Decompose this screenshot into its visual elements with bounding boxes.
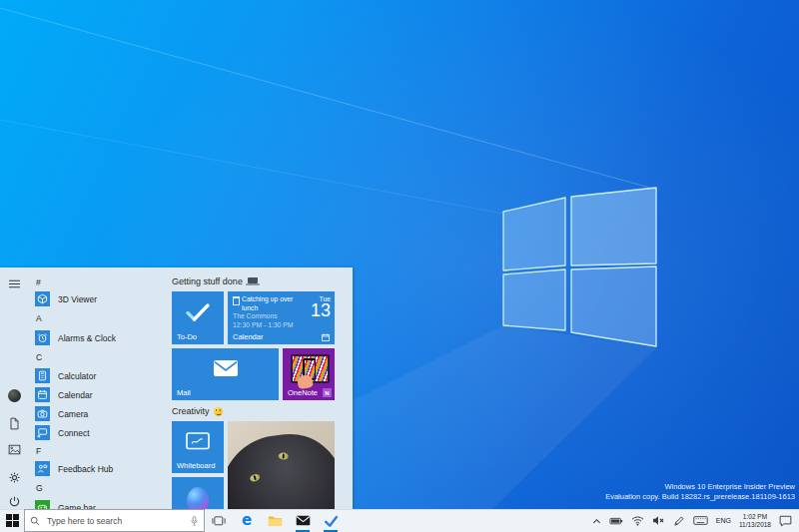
chevron-up-icon [592,517,601,525]
action-center-button[interactable] [775,509,796,532]
power-icon[interactable] [6,493,22,509]
whiteboard-icon [172,421,224,461]
gamepad-icon [35,500,50,509]
smiley-emoji [214,407,223,416]
time: 1:02 PM [739,513,771,521]
camera-icon [35,406,50,421]
date: 11/13/2018 [739,521,771,529]
app-section-header[interactable]: A [28,308,168,328]
mail-taskbar-button[interactable] [289,509,317,532]
balloon-gradient-icon [172,477,224,509]
tile-balloon-app[interactable] [172,477,224,509]
pen-icon [673,515,685,527]
tile-to-do[interactable]: To-Do [172,291,224,344]
mini-calendar-icon [322,333,330,341]
app-item-feedback-hub[interactable]: Feedback Hub [28,459,168,478]
pictures-icon[interactable] [6,441,22,457]
settings-gear-icon[interactable] [6,469,22,485]
to-do-check-icon [324,514,339,528]
tile-calendar[interactable]: Catching up over lunch The Commons 12:30… [228,291,335,344]
app-section-header[interactable]: # [28,275,168,289]
taskbar-search-box[interactable] [24,509,205,532]
tile-group-title-getting-stuff-done[interactable]: Getting stuff done [172,276,260,286]
desktop-screen: Windows 10 Enterprise Insider Preview Ev… [0,0,799,532]
windows-ink-tray-button[interactable] [669,509,689,532]
battery-tray-button[interactable] [605,509,627,532]
app-item-game-bar[interactable]: Game bar [28,498,168,509]
start-button[interactable] [0,509,24,532]
hidden-icons-chevron[interactable] [588,509,605,532]
battery-icon [609,516,623,526]
wifi-icon [631,515,644,526]
app-item-alarms-clock[interactable]: Alarms & Clock [28,328,168,347]
clock[interactable]: 1:02 PM 11/13/2018 [735,513,775,529]
event-location: The Commons [233,312,307,321]
onenote-logo-badge: N [323,388,332,397]
calculator-icon [35,368,50,383]
task-view-button[interactable] [205,509,233,532]
microphone-icon[interactable] [190,515,199,527]
app-item-connect[interactable]: Connect [28,423,168,442]
avatar-image [8,389,21,402]
to-do-taskbar-button[interactable] [317,509,345,532]
touch-keyboard-icon [693,515,708,526]
insider-watermark: Windows 10 Enterprise Insider Preview Ev… [605,482,795,502]
alarm-clock-icon [35,330,50,345]
watermark-line1: Windows 10 Enterprise Insider Preview [605,482,795,492]
app-section-header[interactable]: C [28,347,168,366]
app-section-header[interactable]: G [28,478,168,498]
app-item-3d-viewer[interactable]: 3D Viewer [28,289,168,308]
app-item-calendar[interactable]: Calendar [28,385,168,404]
tile-onenote[interactable]: OneNote N [283,348,335,400]
app-section-header[interactable]: F [28,442,168,459]
feedback-person-icon [35,461,50,476]
mail-envelope-icon [172,348,279,388]
calendar-tile-label: Calendar [233,332,263,341]
taskbar: e [0,509,799,532]
edge-button[interactable]: e [233,509,261,532]
volume-tray-button[interactable] [648,509,669,532]
file-explorer-folder-icon [268,515,283,527]
start-app-list: # 3D Viewer A Alarms & Clock C Calculato… [28,275,168,509]
start-menu: # 3D Viewer A Alarms & Clock C Calculato… [0,267,353,509]
tile-group-title-creativity[interactable]: Creativity [172,406,223,416]
edge-browser-icon: e [242,513,252,528]
calendar-date: 13 [307,301,331,319]
connect-screen-icon [35,425,50,440]
cat-photo [228,428,335,509]
file-explorer-button[interactable] [261,509,289,532]
mail-icon [296,515,311,526]
event-icon [233,296,240,305]
language-indicator[interactable]: ENG [712,509,735,532]
touch-keyboard-tray-button[interactable] [689,509,712,532]
volume-muted-icon [652,515,665,526]
windows-logo-icon [6,514,19,527]
calendar-icon [35,387,50,402]
event-time: 12:30 PM - 1:30 PM [233,321,307,330]
hamburger-menu-icon[interactable] [6,275,22,291]
event-title: Catching up over lunch [242,295,307,312]
notification-bubble-icon [779,515,792,527]
start-menu-rail [0,267,28,509]
tile-whiteboard[interactable]: Whiteboard [172,421,224,473]
taskbar-app-icons: e [205,509,345,532]
task-view-icon [212,515,226,527]
app-item-camera[interactable]: Camera [28,404,168,423]
app-item-calculator[interactable]: Calculator [28,366,168,385]
laptop-emoji [248,277,258,283]
search-magnifier-icon [30,516,40,526]
system-tray: ENG 1:02 PM 11/13/2018 [588,509,799,532]
tile-mail[interactable]: Mail [172,348,279,400]
user-avatar[interactable] [6,387,22,403]
watermark-line2: Evaluation copy. Build 18282.rs_prerelea… [605,492,795,502]
tile-photos-cat[interactable] [228,421,335,509]
network-tray-button[interactable] [627,509,648,532]
3d-viewer-cube-icon [35,291,50,306]
todo-checkmark-icon [172,291,224,332]
search-input[interactable] [45,515,185,527]
hand-art [297,374,314,389]
documents-icon[interactable] [6,415,22,431]
